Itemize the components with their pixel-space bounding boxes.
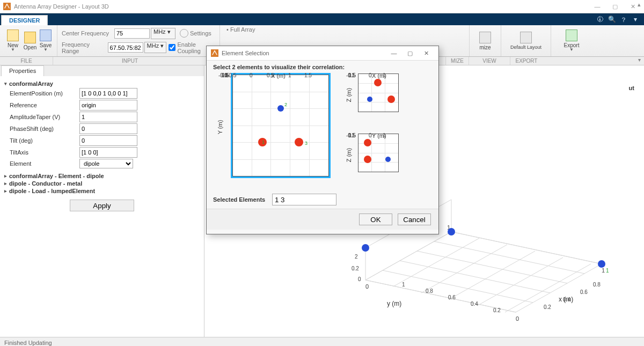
xy-plot[interactable]: 1 3 2 2 1.5 1 0.5 0 -0.5 -1 -0.5 0 0.5 1… xyxy=(211,72,334,190)
dialog-minimize-icon[interactable]: — xyxy=(386,50,402,56)
settings-label[interactable]: Settings xyxy=(190,30,211,36)
dialog-prompt: Select 2 elements to visualize their cor… xyxy=(207,61,438,70)
chevron-down-icon[interactable]: ▾ xyxy=(638,57,641,65)
yz-plot[interactable]: 1.5 1 0.5 -0.5 0 1 Y (m) Z (m) xyxy=(346,132,405,186)
selected-elements-label: Selected Elements xyxy=(213,196,272,203)
svg-text:0.6: 0.6 xyxy=(448,295,456,300)
element-select[interactable]: dipole xyxy=(79,159,133,168)
freq-range-unit[interactable]: MHz ▾ xyxy=(144,42,166,53)
dialog-app-icon xyxy=(211,49,218,57)
svg-text:1: 1 xyxy=(606,268,609,274)
xz-plot[interactable]: 1.5 1 0.5 -0.5 0 1 X (m) Z (m) xyxy=(346,72,405,126)
ribbon-collapse-icon[interactable]: ▴ xyxy=(638,1,641,8)
svg-text:0.4: 0.4 xyxy=(563,297,570,303)
center-freq-label: Center Frequency xyxy=(62,30,114,36)
window-title: Antenna Array Designer - Layout 3D xyxy=(14,3,589,10)
point-3[interactable] xyxy=(295,138,303,146)
layout-title: ut xyxy=(629,85,634,91)
svg-text:1: 1 xyxy=(602,267,605,274)
maximize-icon[interactable]: ▢ xyxy=(607,1,623,12)
window-titlebar: Antenna Array Designer - Layout 3D — ▢ ✕ xyxy=(0,0,644,13)
prop-input-3[interactable] xyxy=(79,123,137,134)
properties-tab[interactable]: Properties xyxy=(1,65,44,76)
freq-range-label: Frequency Range xyxy=(62,41,108,54)
group-optimize: mize xyxy=(470,25,501,56)
prop-input-5[interactable] xyxy=(79,147,137,158)
export-button[interactable]: Export▼ xyxy=(560,28,583,54)
element-label: Element xyxy=(10,160,79,167)
enable-coupling-checkbox[interactable] xyxy=(169,43,175,52)
center-freq-input[interactable] xyxy=(114,28,150,39)
section-conformal-array[interactable]: conformalArray xyxy=(4,80,200,87)
help-search-icon[interactable]: 🔍 xyxy=(606,16,617,24)
dialog-close-icon[interactable]: ✕ xyxy=(418,50,434,57)
group-export: Export▼ xyxy=(551,25,592,56)
new-button[interactable]: New▼ xyxy=(4,28,21,54)
optimize-button[interactable]: mize xyxy=(476,28,494,54)
prop-label: PhaseShift (deg) xyxy=(10,126,79,132)
prop-label: AmplitudeTaper (V) xyxy=(10,114,79,120)
point-2[interactable] xyxy=(277,105,284,112)
svg-point-21 xyxy=(362,244,369,252)
help-question-icon[interactable]: ？ xyxy=(618,16,629,24)
svg-text:0.2: 0.2 xyxy=(352,266,359,271)
ribbon-tabbar: DESIGNER 🛈 🔍 ？ ▾ xyxy=(0,13,644,25)
group-view: Default Layout xyxy=(501,25,551,56)
center-freq-unit[interactable]: MHz ▾ xyxy=(151,28,175,39)
status-text: Finished Updating xyxy=(4,340,52,346)
full-array-label[interactable]: Full Array xyxy=(230,26,255,33)
collapse-ribbon-icon[interactable]: ▾ xyxy=(630,16,641,24)
svg-text:y (m): y (m) xyxy=(387,300,401,307)
element-selection-dialog: Element Selection — ▢ ✕ Select 2 element… xyxy=(206,46,439,234)
svg-text:0.2: 0.2 xyxy=(493,307,501,313)
group-file: New▼ Open Save▼ xyxy=(0,25,57,56)
open-button[interactable]: Open xyxy=(21,28,39,54)
settings-gear-icon[interactable] xyxy=(180,29,188,38)
properties-panel: Properties conformalArray ElementPositio… xyxy=(0,65,204,337)
svg-text:0.6: 0.6 xyxy=(580,289,588,295)
minimize-icon[interactable]: — xyxy=(589,1,605,12)
prop-label: TiltAxis xyxy=(10,149,79,156)
selected-elements-input[interactable] xyxy=(272,194,336,205)
svg-text:0.2: 0.2 xyxy=(544,304,551,310)
prop-input-4[interactable] xyxy=(79,135,137,146)
freq-range-input[interactable] xyxy=(108,42,143,53)
section-conductor-metal[interactable]: dipole - Conductor - metal xyxy=(4,180,200,187)
prop-input-0[interactable] xyxy=(79,88,137,99)
save-button[interactable]: Save▼ xyxy=(39,28,53,54)
svg-point-20 xyxy=(448,228,455,235)
app-icon xyxy=(3,3,11,10)
dialog-title: Element Selection xyxy=(222,50,386,56)
prop-label: Reference xyxy=(10,102,79,108)
svg-text:0: 0 xyxy=(365,283,369,290)
apply-button[interactable]: Apply xyxy=(70,200,134,211)
prop-input-2[interactable] xyxy=(79,112,137,122)
cancel-button[interactable]: Cancel xyxy=(398,214,431,225)
svg-text:0: 0 xyxy=(516,315,519,322)
svg-text:0: 0 xyxy=(358,276,361,282)
svg-text:0.8: 0.8 xyxy=(426,288,433,294)
svg-text:0.4: 0.4 xyxy=(471,301,478,307)
section-load-lumped[interactable]: dipole - Load - lumpedElement xyxy=(4,188,200,194)
svg-point-19 xyxy=(598,260,605,268)
group-input: Center Frequency MHz ▾ Settings Frequenc… xyxy=(57,25,220,56)
svg-text:0.8: 0.8 xyxy=(593,282,601,288)
prop-label: ElementPosition (m) xyxy=(10,90,79,97)
prop-input-1[interactable] xyxy=(79,100,137,111)
section-element-dipole[interactable]: conformalArray - Element - dipole xyxy=(4,173,200,179)
status-bar: Finished Updating xyxy=(0,337,644,346)
dialog-maximize-icon[interactable]: ▢ xyxy=(402,50,418,57)
svg-text:1: 1 xyxy=(402,282,405,288)
tab-designer[interactable]: DESIGNER xyxy=(1,15,48,25)
ok-button[interactable]: OK xyxy=(359,214,392,225)
default-layout-button[interactable]: Default Layout xyxy=(507,28,545,54)
prop-label: Tilt (deg) xyxy=(10,137,79,144)
svg-text:2: 2 xyxy=(355,254,358,260)
help-icon[interactable]: 🛈 xyxy=(595,16,605,24)
